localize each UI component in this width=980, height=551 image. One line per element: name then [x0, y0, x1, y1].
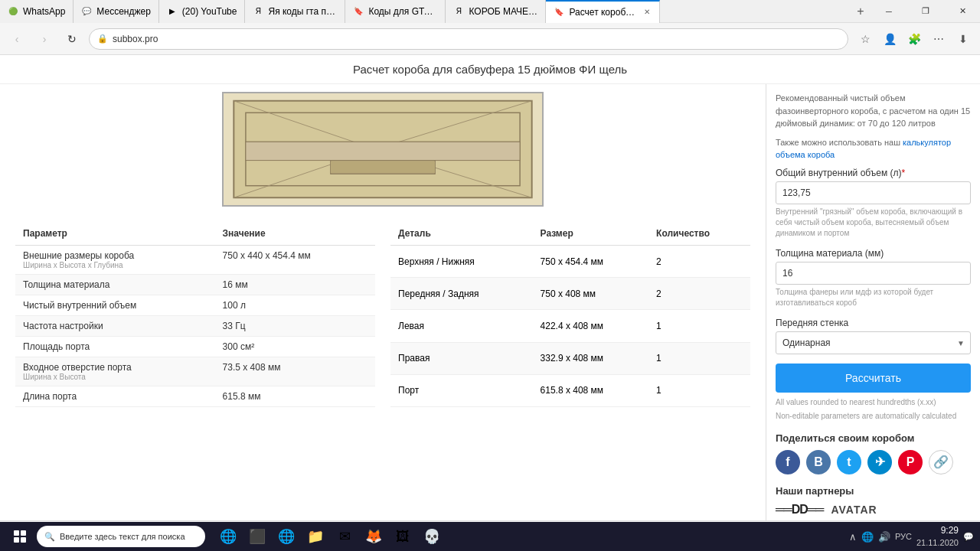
- settings-button[interactable]: ⋯: [928, 28, 949, 50]
- volume-input[interactable]: [776, 181, 971, 204]
- front-wall-dropdown-wrapper: ОдинарнаяДвойная ▼: [776, 331, 971, 354]
- param-name-1: Толщина материала: [15, 275, 215, 295]
- download-button[interactable]: ⬇: [952, 28, 974, 50]
- tab-messenger[interactable]: 💬 Мессенджер: [74, 0, 158, 23]
- param-name-3: Частота настройки: [15, 316, 215, 337]
- taskbar-firefox-button[interactable]: 🦊: [360, 524, 387, 549]
- details-col-qty: Количество: [648, 222, 750, 246]
- front-wall-label: Передняя стенка: [776, 318, 971, 328]
- params-section: Параметр Значение Внешние размеры короба…: [0, 214, 766, 415]
- partner-avatar-logo: AVATAR: [831, 504, 877, 516]
- material-label: Толщина материала (мм): [776, 248, 971, 259]
- tab-whatsapp[interactable]: 🟢 WhatsApp: [0, 0, 74, 23]
- taskbar-cortana-button[interactable]: 🌐: [214, 524, 242, 549]
- partners-title: Наши партнеры: [776, 485, 971, 497]
- left-panel: Параметр Значение Внешние размеры короба…: [0, 84, 766, 520]
- material-field-group: Толщина материала (мм) Толщина фанеры ил…: [776, 248, 971, 308]
- param-name-0: Внешние размеры коробаШирина х Высота х …: [15, 246, 215, 275]
- taskbar-photos-button[interactable]: 🖼: [389, 524, 416, 549]
- current-tab-label: Расчет короба для ...: [569, 7, 638, 18]
- detail-qty-4: 1: [648, 374, 750, 406]
- taskbar-apps: 🌐⬛🌐📁✉🦊🖼💀: [214, 524, 446, 549]
- sys-clock[interactable]: 9:29 21.11.2020: [916, 524, 959, 549]
- share-facebook-button[interactable]: f: [776, 450, 800, 474]
- front-wall-select[interactable]: ОдинарнаяДвойная: [776, 331, 971, 354]
- share-twitter-button[interactable]: t: [837, 450, 861, 474]
- tray-notification-icon[interactable]: 💬: [963, 532, 974, 542]
- taskbar-task-view-button[interactable]: ⬛: [243, 524, 271, 549]
- detail-name-1: Передняя / Задняя: [390, 278, 533, 310]
- search-placeholder: Введите здесь текст для поиска: [60, 532, 185, 541]
- refresh-button[interactable]: ↻: [61, 28, 83, 50]
- gta-codes-tab-icon: Я: [253, 6, 263, 17]
- lock-icon: 🔒: [97, 34, 108, 44]
- details-col-size: Размер: [533, 222, 649, 246]
- tab-current[interactable]: 🔖 Расчет короба для ... ✕: [546, 0, 660, 23]
- profile-button[interactable]: 👤: [879, 28, 900, 50]
- tab-korob-machete[interactable]: Я КОРОБ МАЧЕТЕ СПО...: [446, 0, 546, 23]
- youtube-tab-label: (20) YouTube: [182, 6, 237, 17]
- table-row: Частота настройки 33 Гц: [15, 316, 375, 337]
- calculate-button[interactable]: Рассчитать: [776, 364, 971, 393]
- restore-button[interactable]: ❐: [908, 0, 943, 23]
- url-text: subbox.pro: [113, 34, 158, 44]
- detail-size-0: 750 x 454.4 мм: [533, 246, 649, 278]
- params-col-value: Значение: [215, 222, 375, 246]
- param-name-2: Чистый внутренний объем: [15, 295, 215, 316]
- current-tab-close[interactable]: ✕: [642, 6, 652, 18]
- taskbar-edge-button[interactable]: 🌐: [273, 524, 300, 549]
- share-link-button[interactable]: 🔗: [929, 450, 953, 474]
- table-row: Передняя / Задняя 750 x 408 мм 2: [390, 278, 750, 310]
- taskbar-mail-button[interactable]: ✉: [331, 524, 358, 549]
- material-input[interactable]: [776, 262, 971, 285]
- back-button[interactable]: ‹: [6, 28, 28, 50]
- forward-button[interactable]: ›: [34, 28, 55, 50]
- share-vkontakte-button[interactable]: В: [806, 450, 831, 474]
- windows-search-bar[interactable]: 🔍 Введите здесь текст для поиска: [37, 526, 205, 547]
- table-row: Правая 332.9 x 408 мм 1: [390, 342, 750, 374]
- tray-chevron-icon[interactable]: ∧: [849, 531, 857, 543]
- close-button[interactable]: ✕: [945, 0, 980, 23]
- messenger-tab-label: Мессенджер: [96, 6, 150, 17]
- browser-toolbar: ‹ › ↻ 🔒 subbox.pro ☆ 👤 🧩 ⋯ ⬇: [0, 23, 980, 55]
- taskbar-game-button[interactable]: 💀: [418, 524, 446, 549]
- share-pinterest-button[interactable]: P: [898, 450, 923, 474]
- windows-icon: [14, 530, 26, 543]
- svg-rect-10: [331, 161, 435, 174]
- taskbar-explorer-button[interactable]: 📁: [302, 524, 329, 549]
- detail-size-4: 615.8 x 408 мм: [533, 374, 649, 406]
- tab-gta-codes[interactable]: Я Яя коды гта повышение: [245, 0, 345, 23]
- param-name-5: Входное отверстие портаШирина х Высота: [15, 357, 215, 386]
- tab-gta-san[interactable]: 🔖 Коды для GTA San An...: [345, 0, 446, 23]
- bookmark-button[interactable]: ☆: [854, 28, 876, 50]
- messenger-tab-icon: 💬: [81, 6, 92, 17]
- tray-network-icon[interactable]: 🌐: [861, 531, 874, 543]
- window-controls: ─ ❐ ✕: [871, 0, 980, 23]
- tray-volume-icon[interactable]: 🔊: [878, 531, 890, 543]
- details-col-detail: Деталь: [390, 222, 533, 246]
- minimize-button[interactable]: ─: [871, 0, 906, 23]
- tab-youtube[interactable]: ▶ (20) YouTube: [159, 0, 246, 23]
- share-telegram-button[interactable]: ✈: [867, 450, 892, 474]
- system-tray: ∧ 🌐 🔊 РУС 9:29 21.11.2020 💬: [849, 524, 974, 549]
- table-row: Верхняя / Нижняя 750 x 454.4 мм 2: [390, 246, 750, 278]
- box-diagram: [222, 92, 544, 207]
- korob-machete-tab-label: КОРОБ МАЧЕТЕ СПО...: [469, 6, 537, 17]
- browser-actions: ☆ 👤 🧩 ⋯ ⬇: [854, 28, 974, 50]
- korob-machete-tab-icon: Я: [453, 6, 464, 17]
- detail-size-1: 750 x 408 мм: [533, 278, 649, 310]
- extensions-button[interactable]: 🧩: [903, 28, 925, 50]
- diagram-area: [0, 84, 766, 214]
- front-wall-field-group: Передняя стенка ОдинарнаяДвойная ▼: [776, 318, 971, 354]
- param-sub-0: Ширина х Высота х Глубина: [23, 261, 207, 269]
- browser-tabbar: 🟢 WhatsApp 💬 Мессенджер ▶ (20) YouTube Я…: [0, 0, 980, 23]
- sys-time-display: 9:29: [916, 524, 959, 537]
- new-tab-button[interactable]: +: [850, 1, 871, 22]
- calc-link[interactable]: калькулятор объема короба: [776, 138, 951, 160]
- share-title: Поделиться своим коробом: [776, 432, 971, 444]
- detail-name-2: Левая: [390, 310, 533, 342]
- main-content: Параметр Значение Внешние размеры короба…: [0, 84, 980, 520]
- sys-date-display: 21.11.2020: [916, 537, 959, 549]
- start-button[interactable]: [6, 524, 34, 549]
- address-bar[interactable]: 🔒 subbox.pro: [89, 28, 848, 50]
